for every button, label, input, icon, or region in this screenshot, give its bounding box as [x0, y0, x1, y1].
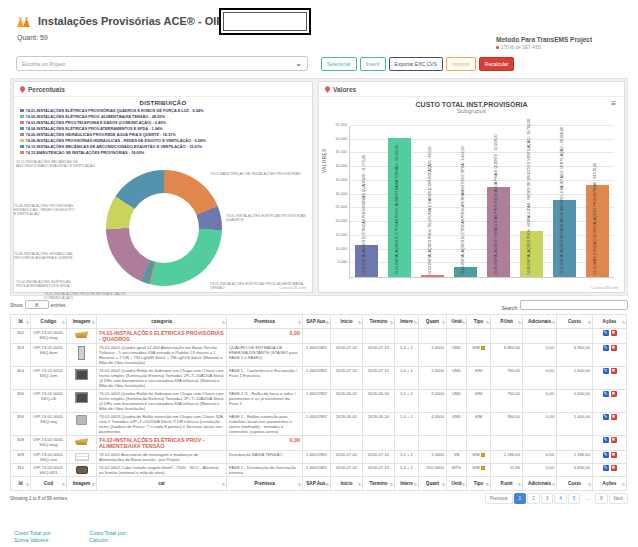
- table-group-row[interactable]: 308OIP-74.02.0000-SSQ-mag74.02-INSTALAÇÕ…: [11, 436, 627, 451]
- column-header-unid[interactable]: Unid⇅: [447, 315, 467, 329]
- pagination-page-1[interactable]: 1: [514, 493, 527, 504]
- column-header-tipo[interactable]: Tipo⇅: [467, 477, 491, 491]
- button-recalcular[interactable]: Recalcular: [479, 57, 515, 71]
- edit-icon[interactable]: ✎: [603, 391, 609, 397]
- column-header-cod[interactable]: Cod⇅: [31, 477, 67, 491]
- cell-id: 304: [11, 367, 31, 390]
- column-header-premissa[interactable]: Premissa⇅: [227, 315, 303, 329]
- pagination-page-3[interactable]: 3: [541, 493, 554, 504]
- column-header-interv[interactable]: Interv⇅: [395, 477, 419, 491]
- bar-1[interactable]: 74.01-INSTALAÇÕES ELÉTRICAS PROVISÓRIAS …: [355, 245, 379, 277]
- donut-ring[interactable]: [106, 170, 222, 286]
- delete-icon[interactable]: ✖: [611, 414, 617, 420]
- column-header-a-es[interactable]: Ações⇅: [593, 315, 627, 329]
- sort-icon: ⇅: [622, 319, 625, 324]
- edit-icon[interactable]: ✎: [603, 330, 609, 336]
- column-header-quant[interactable]: Quant⇅: [419, 315, 447, 329]
- bar-7[interactable]: 74.12-INSTALAÇÕES MECÂNICAS DE ARCOND.-E…: [553, 200, 577, 277]
- spool-image-icon: [76, 466, 88, 474]
- chart-menu-icon[interactable]: ≡: [611, 100, 616, 108]
- legend-item[interactable]: 74.13-MANUTENÇÃO SE INSTALAÇÕES PROVISÓR…: [20, 150, 312, 155]
- table-row[interactable]: 310OIP-74.02.0002-SSQ-09/174.02.0002-Cab…: [11, 464, 627, 477]
- table-row[interactable]: 309OIP-74.02.0001-SSQ-unit74.02.0001-Ace…: [11, 451, 627, 464]
- delete-icon[interactable]: ✖: [611, 368, 617, 374]
- column-header-custo[interactable]: Custo⇅: [557, 315, 593, 329]
- cell-codigo: OIP-74.02.0000-SSQ-mag: [31, 436, 67, 451]
- edit-icon[interactable]: ✎: [603, 437, 609, 443]
- column-header-adicionais[interactable]: Adicionais⇅: [523, 477, 557, 491]
- total-soma-valores[interactable]: Custo Total por Soma Valores:: [14, 530, 51, 544]
- edit-icon[interactable]: ✎: [603, 414, 609, 420]
- pagination-page-8[interactable]: 8: [595, 493, 608, 504]
- total-calculo[interactable]: Custo Total por Calculo:: [89, 530, 126, 544]
- cell-categoria: 74.01.0003-Quadro de Rolão extensão em C…: [97, 413, 227, 436]
- button-imprimir[interactable]: Imprimir: [446, 57, 476, 71]
- delete-icon[interactable]: ✖: [611, 345, 617, 351]
- button-inserir[interactable]: Inserir: [360, 57, 386, 71]
- table-group-row[interactable]: 302OIP-74.01.0000-SSQ-mag74.01-INSTALAÇÕ…: [11, 329, 627, 344]
- bar-4[interactable]: 74.04-INSTALAÇÕES ELÉTRICAS PROV.ATERRAM…: [454, 267, 478, 277]
- delete-icon[interactable]: ✖: [611, 330, 617, 336]
- column-header-custo[interactable]: Custo⇅: [557, 477, 593, 491]
- legend-item[interactable]: 74.03-INSTALAÇÕES PROV.TELEFONIA E DADOS…: [20, 120, 312, 125]
- pagination-page-4[interactable]: 4: [554, 493, 567, 504]
- column-header-tipo[interactable]: Tipo⇅: [467, 315, 491, 329]
- column-header-id[interactable]: Id⇅: [11, 477, 31, 491]
- legend-item[interactable]: 74.02-INSTALAÇÕES ELÉTRICAS PROV. ALIMEN…: [20, 114, 312, 119]
- delete-icon[interactable]: ✖: [611, 465, 617, 471]
- delete-icon[interactable]: ✖: [611, 391, 617, 397]
- column-header-sap-aux-[interactable]: SAP Aux.⇅: [303, 477, 331, 491]
- legend-label: 74.01-INSTALAÇÕES ELÉTRICAS PROVISÓRIAS …: [26, 108, 204, 113]
- pagination-page-2[interactable]: 2: [527, 493, 540, 504]
- search-input[interactable]: [520, 300, 628, 310]
- column-header-premissa[interactable]: Premissa⇅: [227, 477, 303, 491]
- column-header-c-digo[interactable]: Código⇅: [31, 315, 67, 329]
- table-row[interactable]: 304OIP-74.01.0002-SSQ-1cm74.01.0002-Quad…: [11, 367, 627, 390]
- pagination-previous[interactable]: Previous: [485, 493, 513, 504]
- tipo-flag-icon: [481, 453, 485, 457]
- legend-item[interactable]: 74.12-INSTALAÇÕES MECÂNICAS DE ARCONDICI…: [20, 144, 312, 149]
- column-header-imagem[interactable]: Imagem⇅: [67, 477, 97, 491]
- legend-item[interactable]: 74.06-INSTALAÇÕES HIDRÁULICAS PROV.REDE …: [20, 132, 312, 137]
- legend-item[interactable]: 74.04-INSTALAÇÕES ELÉTRICAS PROV.ATERRAM…: [20, 126, 312, 131]
- table-row[interactable]: 306OIP-74.01.0005-SSQ-maj74.01.0003-Quad…: [11, 413, 627, 436]
- edit-icon[interactable]: ✎: [603, 345, 609, 351]
- bar-3[interactable]: 74.03-INSTALAÇÕES PROV.TELEFONIA E DADOS…: [421, 275, 445, 277]
- column-header-p-unit[interactable]: P.Unit⇅: [491, 315, 523, 329]
- button-selecionar[interactable]: Selecionar: [321, 57, 357, 71]
- column-header-categoria[interactable]: categoria⇅: [97, 315, 227, 329]
- page-length-select[interactable]: 8: [25, 300, 49, 309]
- column-header-p-unit[interactable]: P.unit⇅: [491, 477, 523, 491]
- edit-icon[interactable]: ✎: [603, 368, 609, 374]
- delete-icon[interactable]: ✖: [611, 437, 617, 443]
- legend-item[interactable]: 74.01-INSTALAÇÕES ELÉTRICAS PROVISÓRIAS …: [20, 108, 312, 113]
- edit-icon[interactable]: ✎: [603, 452, 609, 458]
- pagination-page-5[interactable]: 5: [568, 493, 581, 504]
- bar-5[interactable]: 74.06-INSTALAÇÕES HIDRÁULICAS PROV.REDE …: [487, 187, 511, 277]
- column-header-quant[interactable]: Quant⇅: [419, 477, 447, 491]
- column-header-imagem[interactable]: Imagem⇅: [67, 315, 97, 329]
- column-header-adicionais[interactable]: Adicionais⇅: [523, 315, 557, 329]
- column-header-id[interactable]: Id⇅: [11, 315, 31, 329]
- column-header-t-rmino[interactable]: Término⇅: [363, 477, 395, 491]
- bar-6[interactable]: 74.08-INSTALAÇÕES PROV. HIDRÁULICAS - RE…: [520, 231, 544, 277]
- column-header-unid[interactable]: Unid⇅: [447, 477, 467, 491]
- legend-item[interactable]: 74.08-INSTALAÇÕES PROVISÓRIAS HIDRÁULICA…: [20, 138, 312, 143]
- project-select[interactable]: Escolha um Projeto ⌄: [16, 56, 308, 71]
- cell-adicionais: 0,00: [523, 464, 557, 477]
- column-header-interv[interactable]: Interv⇅: [395, 315, 419, 329]
- bar-2[interactable]: 74.02-INSTALAÇÕES ELÉTRICAS PROV. ALIMEN…: [388, 138, 412, 277]
- column-header-sap-aux-[interactable]: SAP Aux.⇅: [303, 315, 331, 329]
- column-header-in-cio[interactable]: Início⇅: [331, 315, 363, 329]
- button-exportar-exc-cvs[interactable]: Exportar EXC CVS: [389, 57, 443, 71]
- column-header-a-es[interactable]: Ações⇅: [593, 477, 627, 491]
- edit-icon[interactable]: ✎: [603, 465, 609, 471]
- pagination-next[interactable]: Next: [609, 493, 628, 504]
- bar-8[interactable]: 74.13-MANUTENÇÃO SE INSTALAÇÕES PROVISÓR…: [586, 185, 610, 277]
- column-header-t-rmino[interactable]: Término⇅: [363, 315, 395, 329]
- table-row[interactable]: 303OIP-74.01.0001-SSQ-bcm74.01.0001-Quad…: [11, 344, 627, 367]
- delete-icon[interactable]: ✖: [611, 452, 617, 458]
- column-header-in-cio[interactable]: Início⇅: [331, 477, 363, 491]
- table-row[interactable]: 305OIP-74.01.0002-SSQ-clk74.01.0002-Quad…: [11, 390, 627, 413]
- column-header-cat[interactable]: cat⇅: [97, 477, 227, 491]
